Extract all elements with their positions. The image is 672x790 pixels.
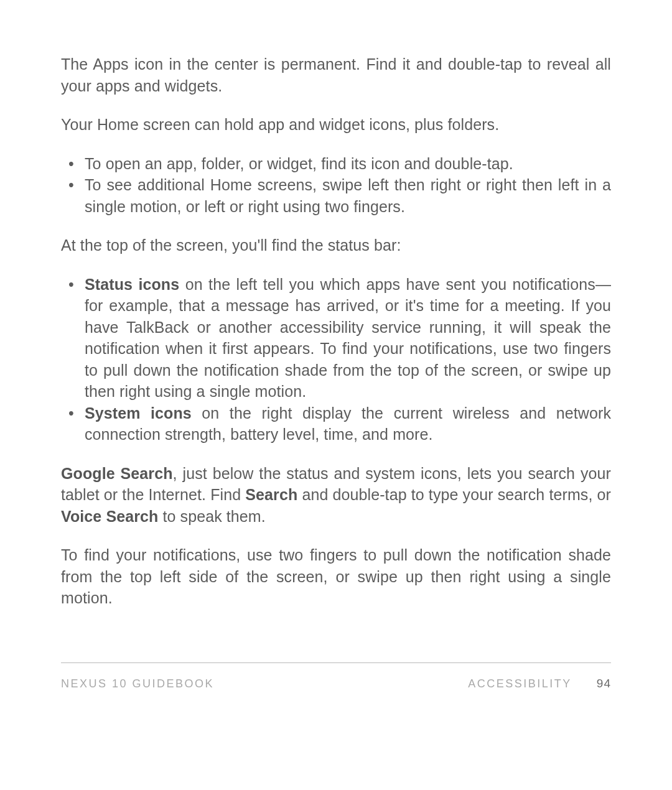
list-item: To see additional Home screens, swipe le… (61, 174, 611, 217)
footer-right: Accessibility 94 (468, 677, 611, 690)
footer-page-number: 94 (597, 677, 611, 690)
bold-term: System icons (85, 404, 192, 422)
body-paragraph: Your Home screen can hold app and widget… (61, 114, 611, 136)
footer-divider (61, 662, 611, 663)
body-paragraph: The Apps icon in the center is permanent… (61, 53, 611, 96)
footer-section-name: Accessibility (468, 677, 572, 690)
footer-book-title: Nexus 10 Guidebook (61, 677, 214, 690)
list-item: To open an app, folder, or widget, find … (61, 153, 611, 175)
bold-term: Search (245, 486, 297, 503)
bold-term: Status icons (85, 276, 179, 293)
body-paragraph: At the top of the screen, you'll find th… (61, 235, 611, 256)
body-paragraph: To find your notifications, use two fing… (61, 544, 611, 609)
bold-term: Voice Search (61, 508, 158, 525)
bullet-list: To open an app, folder, or widget, find … (61, 153, 611, 218)
bullet-list: Status icons on the left tell you which … (61, 274, 611, 445)
page-content: The Apps icon in the center is permanent… (0, 0, 672, 609)
list-item: System icons on the right display the cu… (61, 402, 611, 445)
footer-row: Nexus 10 Guidebook Accessibility 94 (61, 677, 611, 690)
inline-text: to speak them. (158, 508, 265, 525)
bold-term: Google Search (61, 465, 173, 482)
page-footer: Nexus 10 Guidebook Accessibility 94 (61, 662, 611, 690)
body-paragraph: Google Search, just below the status and… (61, 463, 611, 527)
inline-text: and double-tap to type your search terms… (297, 486, 611, 503)
list-item: Status icons on the left tell you which … (61, 274, 611, 402)
list-item-text: on the left tell you which apps have sen… (85, 276, 611, 401)
